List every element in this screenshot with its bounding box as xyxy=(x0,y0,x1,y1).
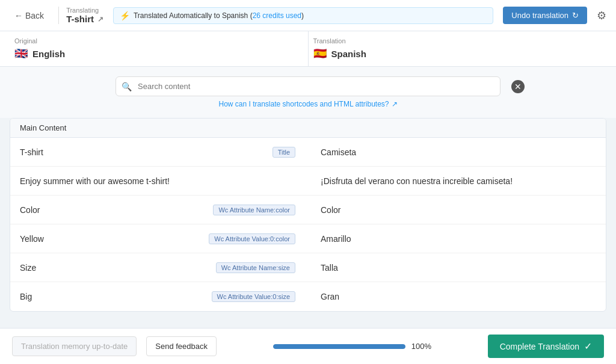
lightning-icon: ⚡ xyxy=(120,11,130,20)
original-cell: T-shirt Title xyxy=(10,141,305,164)
credits-link[interactable]: 26 credits used xyxy=(253,11,301,20)
original-text: Color xyxy=(20,205,208,215)
tag-badge: Wc Attribute Name:color xyxy=(213,205,295,215)
translation-cell: Talla xyxy=(311,257,606,279)
header: ← Back Translating T-shirt ↗ ⚡ Translate… xyxy=(0,0,616,31)
check-icon: ✓ xyxy=(584,341,592,352)
tag-badge: Wc Attribute Name:size xyxy=(216,262,295,273)
translation-cell: Camiseta xyxy=(311,141,606,163)
external-shortcode-icon: ↗ xyxy=(392,100,398,108)
original-cell: Enjoy summer with our awesome t-shirt! xyxy=(10,170,305,192)
main-content-area: Main Content T-shirt Title Camiseta Enjo… xyxy=(0,118,616,328)
external-link-icon[interactable]: ↗ xyxy=(97,15,103,23)
table-row: Big Wc Attribute Value:0:size Gran xyxy=(10,282,606,311)
language-bar: Original 🇬🇧 English Translation 🇪🇸 Spani… xyxy=(0,31,616,67)
complete-translation-button[interactable]: Complete Translation ✓ xyxy=(488,335,604,358)
original-cell: Size Wc Attribute Name:size xyxy=(10,256,305,279)
tag-badge: Wc Attribute Value:0:size xyxy=(212,291,295,302)
search-icon: 🔍 xyxy=(122,82,132,91)
table-row: T-shirt Title Camiseta xyxy=(10,138,606,167)
original-text: Big xyxy=(20,292,207,301)
product-title: T-shirt xyxy=(66,14,94,24)
search-container: 🔍 ✕ xyxy=(116,76,500,96)
original-text: Size xyxy=(20,263,211,273)
translation-language-col: Translation 🇪🇸 Spanish xyxy=(309,31,607,66)
refresh-icon: ↻ xyxy=(572,11,579,20)
credits-end: ) xyxy=(301,11,304,20)
tag-badge: Title xyxy=(273,147,295,158)
search-area: 🔍 ✕ How can I translate shortcodes and H… xyxy=(0,67,616,118)
table-rows-container: T-shirt Title Camiseta Enjoy summer with… xyxy=(10,138,606,311)
clear-search-button[interactable]: ✕ xyxy=(511,80,525,93)
progress-percentage: 100% xyxy=(411,342,431,351)
shortcode-link-text: How can I translate shortcodes and HTML … xyxy=(218,100,389,108)
translation-cell: Amarillo xyxy=(311,228,606,250)
back-arrow-icon: ← xyxy=(14,11,23,20)
feedback-label: Send feedback xyxy=(155,342,208,351)
send-feedback-button[interactable]: Send feedback xyxy=(146,336,217,356)
tag-badge: Wc Attribute Value:0:color xyxy=(209,233,295,244)
auto-translate-info: ⚡ Translated Automatically to Spanish (2… xyxy=(113,7,493,24)
original-label: Original xyxy=(14,37,303,45)
original-text: T-shirt xyxy=(20,147,268,157)
auto-translate-prefix: Translated Automatically to Spanish ( xyxy=(134,11,253,20)
original-language-col: Original 🇬🇧 English xyxy=(10,31,309,66)
translation-cell: Gran xyxy=(311,286,606,307)
memory-label: Translation memory up-to-date xyxy=(21,342,128,351)
back-label: Back xyxy=(25,11,44,20)
spanish-flag: 🇪🇸 xyxy=(313,47,327,60)
content-table: Main Content T-shirt Title Camiseta Enjo… xyxy=(10,118,606,312)
translating-title: T-shirt ↗ xyxy=(66,14,103,24)
original-cell: Color Wc Attribute Name:color xyxy=(10,199,305,221)
auto-translate-text: Translated Automatically to Spanish (26 … xyxy=(134,11,304,20)
table-row: Size Wc Attribute Name:size Talla xyxy=(10,253,606,282)
complete-label: Complete Translation xyxy=(500,342,579,351)
undo-label: Undo translation xyxy=(511,11,568,20)
original-cell: Big Wc Attribute Value:0:size xyxy=(10,285,305,308)
english-language-text: English xyxy=(32,49,65,59)
original-language-name: 🇬🇧 English xyxy=(14,47,303,60)
translation-cell: ¡Disfruta del verano con nuestra increib… xyxy=(311,170,606,192)
original-text: Enjoy summer with our awesome t-shirt! xyxy=(20,176,295,186)
translating-block: Translating T-shirt ↗ xyxy=(58,7,103,24)
footer: Translation memory up-to-date Send feedb… xyxy=(0,328,616,364)
progress-bar-background xyxy=(273,344,405,349)
progress-area: 100% xyxy=(226,342,478,351)
translation-label: Translation xyxy=(313,37,602,45)
spanish-language-text: Spanish xyxy=(331,49,366,59)
original-cell: Yellow Wc Attribute Value:0:color xyxy=(10,227,305,250)
translation-cell: Color xyxy=(311,199,606,221)
original-text: Yellow xyxy=(20,234,204,244)
credits-text: 26 credits used xyxy=(253,11,301,20)
undo-translation-button[interactable]: Undo translation ↻ xyxy=(503,7,587,24)
search-input[interactable] xyxy=(116,76,500,96)
section-label: Main Content xyxy=(20,123,66,132)
table-section-header: Main Content xyxy=(10,119,606,138)
translating-label: Translating xyxy=(66,7,103,14)
translation-language-name: 🇪🇸 Spanish xyxy=(313,47,602,60)
table-row: Yellow Wc Attribute Value:0:color Amaril… xyxy=(10,224,606,253)
table-row: Enjoy summer with our awesome t-shirt! ¡… xyxy=(10,167,606,196)
english-flag: 🇬🇧 xyxy=(14,47,28,60)
translation-memory-button: Translation memory up-to-date xyxy=(12,336,137,356)
shortcode-link[interactable]: How can I translate shortcodes and HTML … xyxy=(218,100,397,108)
table-row: Color Wc Attribute Name:color Color xyxy=(10,196,606,224)
progress-bar-fill xyxy=(273,344,405,349)
settings-icon[interactable]: ⚙ xyxy=(597,9,606,22)
back-button[interactable]: ← Back xyxy=(10,8,49,23)
